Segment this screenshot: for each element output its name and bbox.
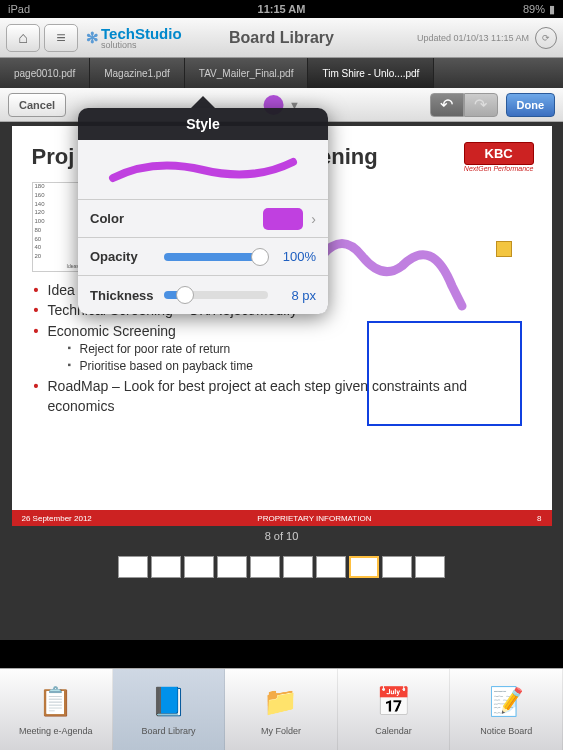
tab-my-folder[interactable]: 📁 My Folder	[225, 669, 338, 750]
page-title: Board Library	[229, 29, 334, 47]
sync-icon: ⟳	[542, 33, 550, 43]
sticky-note[interactable]	[496, 241, 512, 257]
app-logo: ✻ TechStudio solutions	[86, 25, 182, 50]
tab-board-library[interactable]: 📘 Board Library	[113, 669, 226, 750]
opacity-value: 100%	[276, 249, 316, 264]
agenda-icon: 📋	[38, 684, 74, 720]
style-popover: Style Color › Opacity 100% Thickness 8 p…	[78, 108, 328, 314]
tab-tim-shire[interactable]: Tim Shire - Unlo....pdf	[308, 58, 434, 88]
folder-icon: 📁	[263, 684, 299, 720]
thumb[interactable]	[184, 556, 214, 578]
list-button[interactable]: ≡	[44, 24, 78, 52]
thumb[interactable]	[217, 556, 247, 578]
undo-icon: ↶	[440, 95, 453, 114]
redo-button[interactable]: ↷	[464, 93, 498, 117]
sync-button[interactable]: ⟳	[535, 27, 557, 49]
battery-label: 89%	[523, 3, 545, 15]
tab-magazine1[interactable]: Magazine1.pdf	[90, 58, 185, 88]
library-icon: 📘	[150, 684, 186, 720]
thumb[interactable]	[250, 556, 280, 578]
thumb[interactable]	[382, 556, 412, 578]
color-swatch	[263, 208, 303, 230]
tab-tav-mailer[interactable]: TAV_Mailer_Final.pdf	[185, 58, 309, 88]
chevron-right-icon: ›	[311, 211, 316, 227]
thickness-value: 8 px	[276, 288, 316, 303]
home-button[interactable]: ⌂	[6, 24, 40, 52]
tab-notice-board[interactable]: 📝 Notice Board	[450, 669, 563, 750]
status-bar: iPad 11:15 AM 89% ▮	[0, 0, 563, 18]
rectangle-annotation	[367, 321, 522, 426]
page-indicator: 8 of 10	[265, 530, 299, 542]
undo-button[interactable]: ↶	[430, 93, 464, 117]
thickness-slider[interactable]	[164, 291, 268, 299]
notice-icon: 📝	[488, 684, 524, 720]
device-label: iPad	[8, 3, 30, 15]
tab-page0010[interactable]: page0010.pdf	[0, 58, 90, 88]
updated-label: Updated 01/10/13 11:15 AM	[417, 33, 529, 43]
list-icon: ≡	[56, 29, 65, 47]
cancel-button[interactable]: Cancel	[8, 93, 66, 117]
slide-footer: 26 September 2012 PROPRIETARY INFORMATIO…	[12, 510, 552, 526]
thumb[interactable]	[283, 556, 313, 578]
opacity-slider[interactable]	[164, 253, 268, 261]
status-time: 11:15 AM	[258, 3, 306, 15]
thumb[interactable]	[151, 556, 181, 578]
thumb[interactable]	[349, 556, 379, 578]
calendar-icon: 📅	[376, 684, 412, 720]
thickness-row: Thickness 8 px	[78, 276, 328, 314]
opacity-row: Opacity 100%	[78, 238, 328, 276]
redo-icon: ↷	[474, 95, 487, 114]
bottom-tab-bar: 📋 Meeting e-Agenda 📘 Board Library 📁 My …	[0, 668, 563, 750]
popover-title: Style	[78, 108, 328, 140]
atom-icon: ✻	[86, 29, 99, 47]
stroke-preview	[78, 140, 328, 200]
nav-bar: ⌂ ≡ ✻ TechStudio solutions Board Library…	[0, 18, 563, 58]
thumb[interactable]	[415, 556, 445, 578]
tab-meeting-agenda[interactable]: 📋 Meeting e-Agenda	[0, 669, 113, 750]
home-icon: ⌂	[18, 29, 28, 47]
color-row[interactable]: Color ›	[78, 200, 328, 238]
document-tabs: page0010.pdf Magazine1.pdf TAV_Mailer_Fi…	[0, 58, 563, 88]
battery-icon: ▮	[549, 3, 555, 16]
thumb[interactable]	[316, 556, 346, 578]
freehand-annotation	[312, 226, 472, 316]
thumb[interactable]	[118, 556, 148, 578]
tab-calendar[interactable]: 📅 Calendar	[338, 669, 451, 750]
kbc-logo: KBC NextGen Performance	[464, 142, 534, 172]
thumbnail-strip	[118, 556, 445, 578]
done-button[interactable]: Done	[506, 93, 556, 117]
